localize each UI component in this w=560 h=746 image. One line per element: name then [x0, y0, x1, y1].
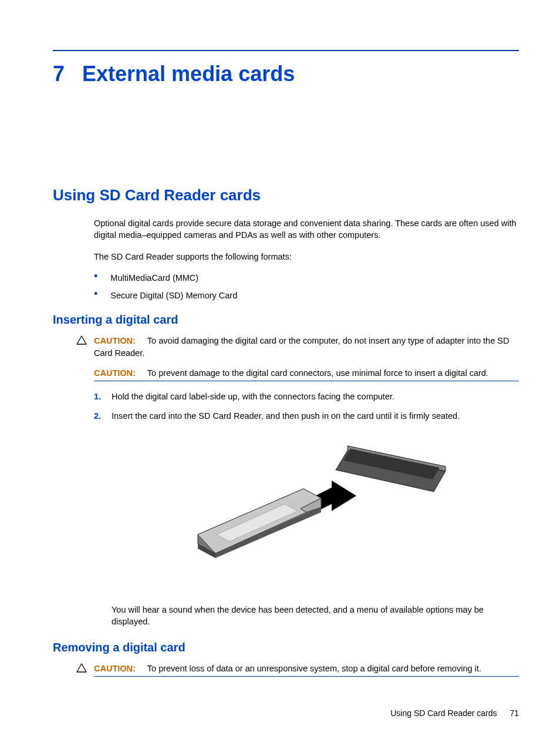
caution-icon — [76, 663, 94, 673]
page-content: 7 External media cards Using SD Card Rea… — [0, 0, 560, 708]
bullet-text: MultiMediaCard (MMC) — [110, 272, 198, 284]
step-number: 1. — [94, 391, 112, 402]
section1-para1: Optional digital cards provide secure da… — [94, 217, 519, 241]
sd-card-illustration — [112, 436, 519, 589]
caution-label: CAUTION: — [94, 664, 136, 673]
step-text: Hold the digital card label-side up, wit… — [112, 391, 394, 402]
caution-body: To prevent damage to the digital card co… — [147, 368, 488, 378]
caution-text: CAUTION: To avoid damaging the digital c… — [94, 335, 519, 359]
chapter-header: 7 External media cards — [53, 62, 519, 86]
bullet-icon: • — [94, 290, 97, 298]
svg-marker-11 — [77, 664, 86, 672]
caution-body: To avoid damaging the digital card or th… — [94, 336, 509, 357]
section1-para2: The SD Card Reader supports the followin… — [94, 251, 519, 263]
insertion-steps: 1. Hold the digital card label-side up, … — [94, 391, 519, 422]
footer-page-number: 71 — [510, 708, 519, 718]
caution-body: To prevent loss of data or an unresponsi… — [147, 664, 481, 673]
caution-block: CAUTION: To prevent loss of data or an u… — [76, 663, 519, 677]
step-number: 2. — [94, 410, 112, 422]
footer-section-title: Using SD Card Reader cards — [390, 708, 497, 718]
caution-label: CAUTION: — [94, 336, 136, 345]
section-heading-inserting: Inserting a digital card — [53, 313, 519, 327]
chapter-rule — [53, 50, 519, 51]
caution-block: CAUTION: To avoid damaging the digital c… — [76, 335, 519, 359]
detection-note: You will hear a sound when the device ha… — [112, 604, 519, 628]
bullet-text: Secure Digital (SD) Memory Card — [110, 290, 237, 301]
caution-label: CAUTION: — [94, 368, 136, 378]
svg-marker-0 — [77, 336, 86, 344]
section-heading-using-sd: Using SD Card Reader cards — [53, 186, 519, 204]
bullet-icon: • — [94, 272, 97, 280]
chapter-number: 7 — [53, 62, 65, 86]
caution-text: CAUTION: To prevent loss of data or an u… — [94, 663, 519, 677]
caution-block: CAUTION: To prevent damage to the digita… — [94, 367, 519, 381]
step-text: Insert the card into the SD Card Reader,… — [112, 410, 460, 422]
page-footer: Using SD Card Reader cards 71 — [390, 708, 519, 718]
list-item: • MultiMediaCard (MMC) — [94, 272, 519, 284]
list-item: • Secure Digital (SD) Memory Card — [94, 290, 519, 301]
supported-formats-list: • MultiMediaCard (MMC) • Secure Digital … — [94, 272, 519, 302]
step-item: 2. Insert the card into the SD Card Read… — [94, 410, 519, 422]
step-item: 1. Hold the digital card label-side up, … — [94, 391, 519, 402]
section-heading-removing: Removing a digital card — [53, 641, 519, 654]
caution-icon — [76, 335, 94, 345]
chapter-title: External media cards — [82, 62, 295, 86]
